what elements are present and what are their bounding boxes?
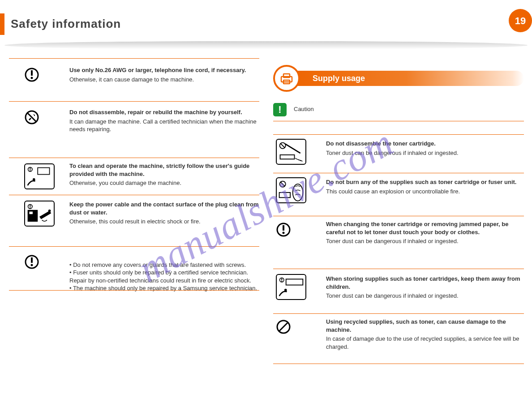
no-repair-icon: [24, 110, 39, 127]
page-title: Safety information: [11, 17, 121, 31]
row-body: Toner dust can be dangerous if inhaled o…: [326, 238, 459, 244]
divider: [273, 313, 524, 314]
row-body: Toner dust can be dangerous if inhaled o…: [326, 292, 459, 299]
divider: [273, 121, 524, 121]
row-text: To clean and operate the machine, strict…: [69, 162, 266, 187]
section-title: Supply usage: [288, 71, 524, 86]
svg-point-26: [300, 160, 301, 161]
row-text: • Do not remove any covers or guards tha…: [69, 253, 266, 292]
row-text: When changing the toner cartridge or rem…: [326, 220, 522, 245]
svg-rect-8: [38, 168, 49, 175]
divider: [9, 158, 259, 158]
divider: [273, 364, 524, 364]
row-bold: When storing supplies such as toner cart…: [326, 275, 522, 291]
divider: [9, 195, 259, 195]
row-text: Do not burn any of the supplies such as …: [326, 178, 522, 195]
svg-point-34: [283, 232, 285, 234]
row-text: Use only No.26 AWG or larger, telephone …: [69, 66, 266, 83]
row-text: Keep the power cable and the contact sur…: [69, 201, 266, 226]
row-body: Otherwise, you could damage the machine.: [69, 180, 181, 186]
svg-rect-20: [283, 74, 290, 77]
svg-point-7: [30, 170, 30, 171]
prohibit-icon: [276, 319, 291, 336]
divider: [9, 246, 259, 247]
divider: [9, 58, 259, 59]
row-bold: Use only No.26 AWG or larger, telephone …: [69, 66, 266, 74]
svg-point-37: [281, 281, 282, 282]
row-text: Do not disassemble, repair or rebuild th…: [69, 108, 266, 133]
row-body: This could cause an explosion or uncontr…: [326, 188, 460, 195]
svg-point-39: [284, 289, 287, 291]
printer-icon: [273, 65, 300, 92]
svg-point-18: [31, 264, 33, 266]
page: Safety information 19 Use only No.26 AWG…: [0, 0, 532, 411]
svg-point-12: [30, 207, 30, 208]
svg-rect-1: [31, 70, 33, 76]
svg-rect-14: [29, 212, 33, 214]
row-bold: Using recycled supplies, such as toner, …: [326, 318, 522, 334]
svg-point-25: [298, 159, 299, 160]
header-shadow: [4, 41, 528, 49]
svg-rect-33: [283, 225, 284, 231]
svg-rect-11: [30, 205, 30, 207]
svg-line-41: [279, 322, 288, 331]
row-body: It can damage the machine. Call a certif…: [69, 118, 257, 133]
clean-plug-icon: [24, 201, 55, 227]
divider: [9, 101, 259, 102]
svg-rect-30: [279, 193, 290, 197]
svg-rect-13: [28, 210, 38, 222]
divider: [273, 173, 524, 173]
svg-rect-38: [286, 279, 303, 285]
svg-line-29: [280, 182, 284, 186]
row-body: Otherwise, this could result in electric…: [69, 218, 201, 225]
svg-rect-36: [281, 278, 282, 281]
divider: [273, 216, 524, 216]
row-bold: When changing the toner cartridge or rem…: [326, 220, 522, 236]
store-supply-icon: [276, 274, 306, 300]
manual-icon: [24, 163, 55, 189]
caution-text: Caution: [294, 105, 522, 113]
svg-rect-24: [280, 155, 295, 159]
row-text: Do not disassemble the toner cartridge. …: [326, 140, 522, 157]
svg-point-31: [293, 184, 303, 201]
row-bold: Do not disassemble, repair or rebuild th…: [69, 108, 266, 116]
row-bold: Do not burn any of the supplies such as …: [326, 178, 522, 186]
svg-point-15: [48, 210, 51, 212]
row-text: Using recycled supplies, such as toner, …: [326, 318, 522, 351]
svg-point-2: [31, 77, 33, 79]
svg-rect-6: [30, 168, 30, 170]
no-disassemble-icon: [276, 139, 306, 165]
row-bold: To clean and operate the machine, strict…: [69, 162, 266, 178]
divider: [273, 134, 524, 135]
svg-line-4: [28, 113, 36, 121]
warning-icon: [24, 254, 39, 271]
page-number: 19: [514, 15, 527, 27]
svg-point-27: [302, 161, 303, 162]
caution-badge-icon: !: [273, 103, 287, 116]
row-bold: Keep the power cable and the contact sur…: [69, 201, 266, 216]
row-body: In case of damage due to the use of recy…: [326, 335, 519, 350]
row-body: Otherwise, it can cause damage to the ma…: [69, 76, 194, 83]
warning-icon: [24, 67, 39, 84]
warning-icon: [276, 222, 291, 239]
row-bold: Do not disassemble the toner cartridge.: [326, 140, 522, 148]
row-body: • Do not remove any covers or guards tha…: [69, 261, 257, 292]
svg-rect-17: [31, 257, 33, 263]
no-burn-icon: [276, 177, 306, 203]
divider: [9, 290, 259, 291]
row-body: Toner dust can be dangerous if inhaled o…: [326, 150, 459, 156]
svg-line-23: [280, 143, 284, 147]
header-tab: [0, 13, 4, 35]
row-text: When storing supplies such as toner cart…: [326, 275, 522, 300]
svg-point-9: [33, 178, 35, 181]
divider: [273, 269, 524, 269]
